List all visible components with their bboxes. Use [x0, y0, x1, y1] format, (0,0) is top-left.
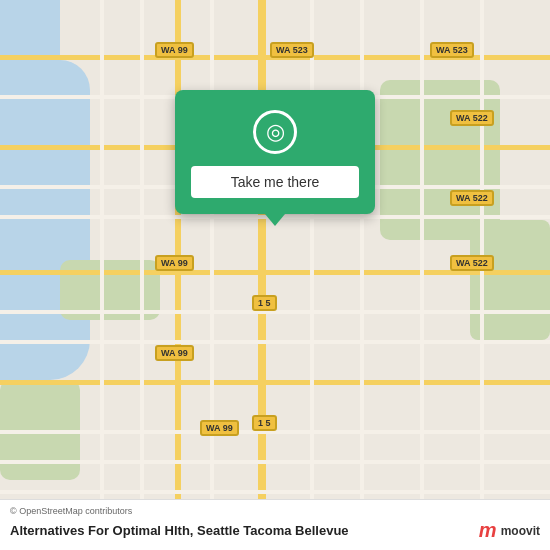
road-badge-i15_low: 1 5: [252, 415, 277, 431]
road-h5: [0, 340, 550, 344]
copyright-text: © OpenStreetMap contributors: [10, 506, 540, 516]
road-v3: [210, 0, 214, 550]
road-badge-wa99_low: WA 99: [155, 345, 194, 361]
copyright-label: © OpenStreetMap contributors: [10, 506, 132, 516]
location-name: Alternatives For Optimal Hlth, Seattle T…: [10, 523, 349, 538]
road-h8: [0, 490, 550, 494]
road-badge-wa522_top: WA 522: [450, 110, 494, 126]
road-v5: [360, 0, 364, 550]
take-me-there-button[interactable]: Take me there: [191, 166, 359, 198]
road-badge-i15_mid: 1 5: [252, 295, 277, 311]
water-body-left: [0, 60, 90, 380]
moovit-m-letter: m: [479, 519, 497, 542]
road-v1: [100, 0, 104, 550]
road-badge-wa99_low2: WA 99: [200, 420, 239, 436]
highway-wa99-vertical: [175, 0, 181, 550]
road-v2: [140, 0, 144, 550]
road-badge-wa522_low: WA 522: [450, 255, 494, 271]
bottom-info-bar: © OpenStreetMap contributors Alternative…: [0, 499, 550, 550]
road-badge-wa99_top: WA 99: [155, 42, 194, 58]
road-badge-wa99_mid: WA 99: [155, 255, 194, 271]
moovit-brand-text: moovit: [501, 524, 540, 538]
highway-wa522-low: [0, 380, 550, 385]
road-v6: [420, 0, 424, 550]
location-pin-icon: ◎: [266, 119, 285, 145]
highway-i5: [258, 0, 266, 550]
road-v4: [310, 0, 314, 550]
location-popup: ◎ Take me there: [175, 90, 375, 214]
road-h7: [0, 460, 550, 464]
road-v7: [480, 0, 484, 550]
water-body-top-left: [0, 0, 60, 80]
moovit-logo: m moovit: [479, 519, 540, 542]
map-container: WA 99WA 523WA 523WA 522WA 522WA 522WA 99…: [0, 0, 550, 550]
road-badge-wa523_right: WA 523: [430, 42, 474, 58]
road-badge-wa523_left: WA 523: [270, 42, 314, 58]
road-badge-wa522_mid: WA 522: [450, 190, 494, 206]
popup-pin: ◎: [253, 110, 297, 154]
location-line: Alternatives For Optimal Hlth, Seattle T…: [10, 519, 540, 542]
